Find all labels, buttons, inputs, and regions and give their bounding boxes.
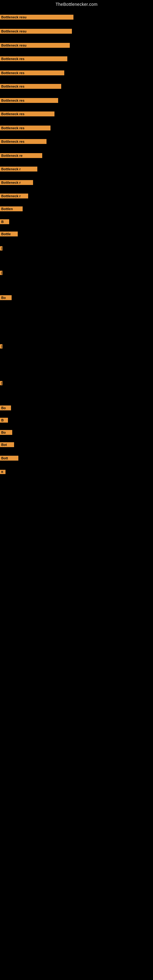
bar-label: [ bbox=[0, 381, 2, 385]
bar-label: Bottleneck res bbox=[0, 70, 64, 75]
bar-item: Bot bbox=[0, 442, 14, 447]
bar-item: B bbox=[0, 219, 9, 224]
bar-label: | bbox=[0, 344, 2, 348]
bar-item: B bbox=[0, 418, 8, 423]
bar-item: Bo bbox=[0, 295, 12, 300]
bar-label: Bot bbox=[0, 442, 14, 447]
bar-item: | bbox=[0, 344, 2, 348]
bar-item: Bottleneck resu bbox=[0, 29, 72, 34]
bar-label: Bo bbox=[0, 430, 12, 435]
bar-item: Bottle bbox=[0, 232, 18, 236]
bar-item: Bottlen bbox=[0, 207, 22, 211]
bar-item: Bottleneck r bbox=[0, 180, 33, 185]
bar-label: Bottleneck resu bbox=[0, 29, 72, 34]
bar-item: Bottleneck res bbox=[0, 98, 58, 103]
bar-label: Bottleneck resu bbox=[0, 43, 70, 48]
site-title: TheBottlenecker.com bbox=[0, 0, 153, 8]
bar-item: Bottleneck re bbox=[0, 153, 42, 158]
bar-label: Bottlen bbox=[0, 207, 22, 211]
bar-label: Bo bbox=[0, 295, 12, 300]
bar-label: Bott bbox=[0, 456, 18, 461]
bar-item: Bottleneck res bbox=[0, 139, 46, 144]
bar-label: B bbox=[0, 470, 5, 474]
bar-label: Bottleneck res bbox=[0, 98, 58, 103]
bar-item: [ bbox=[0, 271, 2, 275]
bar-label: Bottleneck r bbox=[0, 180, 33, 185]
bar-item: Bottleneck resu bbox=[0, 43, 70, 48]
bar-item: [ bbox=[0, 381, 2, 385]
bar-item: Bottleneck res bbox=[0, 84, 61, 89]
bar-label: Bottleneck res bbox=[0, 56, 67, 61]
bar-item: Bo bbox=[0, 406, 11, 410]
bar-label: Bottleneck re bbox=[0, 153, 42, 158]
bar-item: Bottleneck res bbox=[0, 70, 64, 75]
bar-label: Bottleneck resu bbox=[0, 15, 73, 20]
bar-label: [ bbox=[0, 271, 2, 275]
bar-item: Bottleneck res bbox=[0, 56, 67, 61]
bar-label: Bottleneck r bbox=[0, 194, 28, 199]
bar-label: Bottleneck res bbox=[0, 111, 54, 116]
bar-item: Bottleneck res bbox=[0, 126, 51, 130]
bar-item: | bbox=[0, 246, 2, 250]
bar-item: B bbox=[0, 470, 5, 474]
bar-label: B bbox=[0, 219, 9, 224]
bar-label: B bbox=[0, 418, 8, 423]
bar-label: Bottleneck r bbox=[0, 167, 37, 172]
bar-label: Bottle bbox=[0, 232, 18, 236]
bar-item: Bottleneck r bbox=[0, 167, 37, 172]
bar-item: Bo bbox=[0, 430, 12, 435]
bar-item: Bottleneck resu bbox=[0, 15, 73, 20]
bar-label: Bo bbox=[0, 406, 11, 410]
bar-item: Bottleneck res bbox=[0, 111, 54, 116]
bar-item: Bott bbox=[0, 456, 18, 461]
bar-label: Bottleneck res bbox=[0, 126, 51, 130]
bar-label: | bbox=[0, 246, 2, 250]
bar-item: Bottleneck r bbox=[0, 194, 28, 199]
bar-label: Bottleneck res bbox=[0, 84, 61, 89]
bar-label: Bottleneck res bbox=[0, 139, 46, 144]
